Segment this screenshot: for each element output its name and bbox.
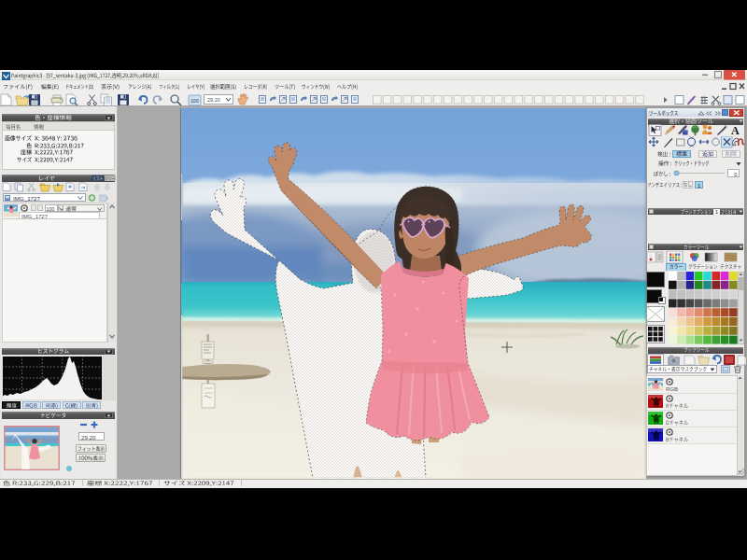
svg-text:A: A bbox=[731, 124, 740, 136]
